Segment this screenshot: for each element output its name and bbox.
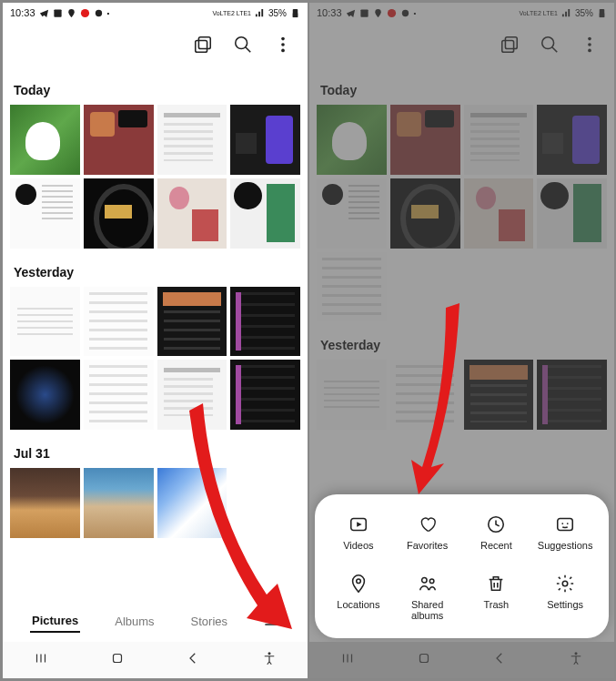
section-today: Today: [10, 66, 300, 105]
notification-icon: [94, 8, 104, 18]
location-icon: [66, 8, 76, 18]
sheet-suggestions[interactable]: Suggestions: [530, 514, 600, 552]
more-icon[interactable]: [273, 35, 293, 55]
svg-rect-5: [198, 37, 210, 49]
photo-thumb[interactable]: [10, 468, 80, 538]
nav-back-icon[interactable]: [185, 650, 201, 670]
status-time: 10:33: [10, 7, 35, 18]
signal-label: VoLTE2 LTE1: [212, 10, 251, 16]
toolbar: [3, 23, 308, 66]
photo-thumb[interactable]: [230, 287, 300, 357]
photo-thumb-empty: [230, 468, 300, 538]
svg-point-40: [429, 579, 434, 584]
search-icon[interactable]: [233, 35, 253, 55]
section-yesterday: Yesterday: [10, 249, 300, 287]
svg-rect-6: [196, 40, 207, 52]
nav-accessibility-icon[interactable]: [568, 650, 584, 670]
sheet-label: Suggestions: [538, 540, 593, 552]
tab-albums[interactable]: Albums: [113, 611, 156, 632]
hamburger-icon[interactable]: [262, 611, 280, 632]
battery-icon: [290, 8, 300, 18]
multi-select-icon[interactable]: [193, 35, 213, 55]
status-dot: •: [107, 9, 110, 17]
video-icon: [348, 514, 369, 534]
svg-point-36: [561, 523, 563, 524]
grid-jul31: [10, 468, 300, 538]
svg-rect-45: [419, 655, 428, 663]
sheet-label: Recent: [480, 540, 512, 552]
screenshot-icon: [53, 8, 63, 18]
sheet-label: Shared albums: [411, 599, 443, 622]
battery-percent: 35%: [268, 8, 287, 18]
sheet-trash[interactable]: Trash: [462, 574, 531, 622]
sheet-label: Locations: [337, 599, 379, 611]
photo-thumb[interactable]: [157, 360, 227, 430]
gear-icon: [555, 574, 575, 594]
photo-thumb[interactable]: [10, 360, 80, 430]
photo-thumb[interactable]: [84, 105, 154, 175]
photo-thumb[interactable]: [10, 178, 80, 249]
status-bar: 10:33 • VoLTE2 LTE1 35%: [3, 3, 308, 23]
grid-yesterday: [10, 287, 300, 431]
suggestion-icon: [555, 514, 575, 534]
svg-rect-4: [293, 13, 298, 17]
svg-point-19: [268, 652, 271, 655]
nav-home-icon[interactable]: [109, 650, 126, 670]
location-icon: [348, 574, 369, 594]
svg-marker-33: [357, 522, 362, 527]
tab-stories[interactable]: Stories: [189, 611, 229, 632]
sheet-settings[interactable]: Settings: [530, 574, 600, 622]
svg-point-11: [281, 49, 285, 53]
svg-point-2: [95, 9, 101, 15]
heart-icon: [418, 514, 438, 534]
phone-left: 10:33 • VoLTE2 LTE1 35% Today: [3, 3, 308, 678]
svg-point-9: [281, 37, 285, 41]
trash-icon: [486, 574, 506, 594]
svg-point-38: [357, 579, 361, 584]
sheet-locations[interactable]: Locations: [324, 574, 393, 622]
svg-point-39: [421, 577, 427, 583]
svg-line-8: [246, 47, 251, 53]
photo-thumb[interactable]: [157, 105, 227, 175]
sheet-label: Trash: [484, 599, 510, 611]
photo-thumb[interactable]: [230, 360, 300, 430]
photo-thumb[interactable]: [84, 360, 154, 430]
nav-accessibility-icon[interactable]: [261, 650, 278, 670]
svg-point-10: [281, 43, 285, 46]
photo-thumb[interactable]: [157, 178, 227, 249]
nav-home-icon[interactable]: [416, 650, 432, 670]
svg-point-37: [567, 523, 569, 524]
airtel-icon: [80, 8, 90, 18]
telegram-icon: [39, 8, 49, 18]
sheet-videos[interactable]: Videos: [324, 514, 393, 552]
svg-point-41: [562, 581, 568, 586]
signal-icon: [255, 8, 265, 18]
nav-bar: [3, 642, 308, 678]
photo-thumb[interactable]: [157, 287, 227, 357]
photo-thumb[interactable]: [84, 287, 154, 357]
phone-right: 10:33 • VoLTE2 LTE1 35% Today: [309, 3, 614, 678]
gallery-content[interactable]: Today Yesterday Jul 31: [3, 66, 308, 613]
sheet-label: Settings: [547, 599, 583, 611]
photo-thumb[interactable]: [10, 287, 80, 357]
photo-thumb[interactable]: [10, 105, 80, 175]
photo-thumb[interactable]: [157, 468, 227, 538]
photo-thumb[interactable]: [84, 468, 154, 538]
nav-bar: [309, 642, 614, 678]
sheet-label: Favorites: [407, 540, 448, 552]
bottom-sheet: Videos Favorites Recent Suggestions Loca…: [315, 494, 609, 638]
sheet-favorites[interactable]: Favorites: [393, 514, 462, 552]
shared-icon: [418, 574, 438, 594]
tab-pictures[interactable]: Pictures: [30, 610, 80, 633]
svg-point-46: [575, 652, 578, 655]
photo-thumb[interactable]: [230, 105, 300, 175]
nav-back-icon[interactable]: [491, 650, 508, 670]
photo-thumb[interactable]: [84, 178, 154, 249]
nav-recent-icon[interactable]: [33, 650, 49, 670]
svg-rect-18: [113, 655, 121, 663]
nav-recent-icon[interactable]: [339, 650, 356, 670]
svg-point-7: [236, 37, 247, 49]
sheet-recent[interactable]: Recent: [462, 514, 531, 552]
sheet-shared-albums[interactable]: Shared albums: [393, 574, 462, 622]
photo-thumb[interactable]: [230, 178, 300, 249]
